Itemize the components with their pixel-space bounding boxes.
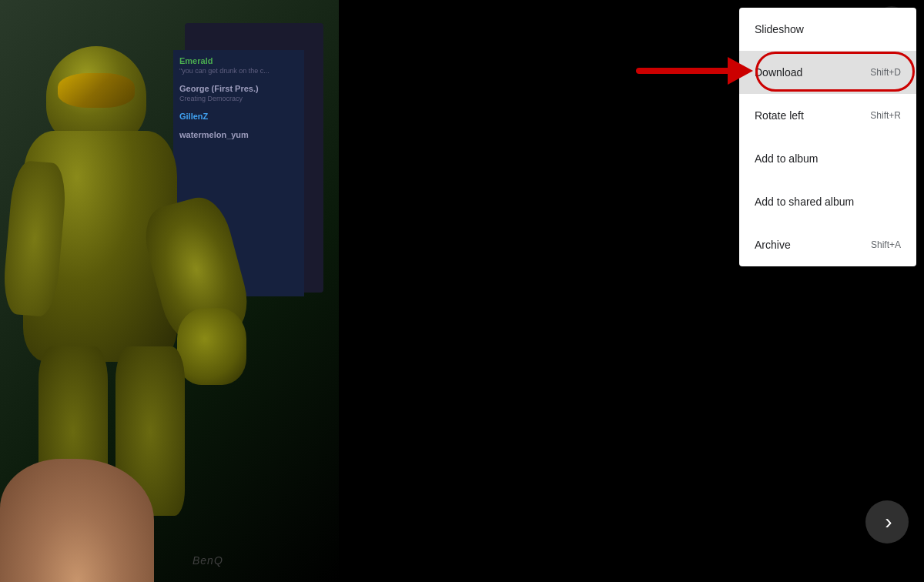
menu-item-download[interactable]: Download Shift+D bbox=[739, 51, 916, 94]
menu-item-label: Slideshow bbox=[755, 23, 804, 35]
dropdown-menu: Slideshow Download Shift+D Rotate left S… bbox=[739, 8, 916, 266]
menu-item-label: Download bbox=[755, 66, 802, 79]
red-arrow-annotation bbox=[631, 48, 755, 94]
photo-background: Emerald "you can get drunk on the c... G… bbox=[0, 0, 339, 582]
menu-item-slideshow[interactable]: Slideshow bbox=[739, 8, 916, 51]
menu-item-label: Rotate left bbox=[755, 109, 804, 122]
menu-item-label: Archive bbox=[755, 239, 791, 251]
figure-fist bbox=[177, 308, 246, 385]
human-hand bbox=[0, 459, 154, 582]
brand-label: BenQ bbox=[192, 554, 223, 567]
menu-item-add-to-shared-album[interactable]: Add to shared album bbox=[739, 180, 916, 223]
next-icon: › bbox=[885, 510, 892, 534]
menu-item-shortcut: Shift+D bbox=[870, 67, 901, 78]
figure-visor bbox=[58, 73, 135, 108]
menu-item-add-to-album[interactable]: Add to album bbox=[739, 137, 916, 180]
photo-area: Emerald "you can get drunk on the c... G… bbox=[0, 0, 339, 582]
menu-item-label: Add to album bbox=[755, 152, 819, 165]
next-button[interactable]: › bbox=[865, 500, 909, 544]
menu-item-shortcut: Shift+R bbox=[870, 110, 901, 121]
menu-item-archive[interactable]: Archive Shift+A bbox=[739, 223, 916, 266]
menu-item-rotate-left[interactable]: Rotate left Shift+R bbox=[739, 94, 916, 137]
menu-item-shortcut: Shift+A bbox=[871, 239, 901, 250]
menu-item-label: Add to shared album bbox=[755, 196, 854, 208]
content-area: ⋮ Slideshow Download Shift+D Rotate left… bbox=[339, 0, 924, 582]
